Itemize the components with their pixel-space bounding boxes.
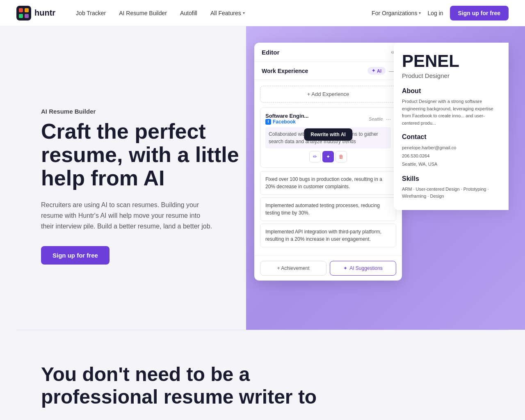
exp-card-header: Software Engin... f Facebook Seattle ··· [265,113,391,125]
exp-location: Seattle [369,116,383,121]
bottom-section: You don't need to be a professional resu… [0,330,525,420]
svg-rect-0 [16,6,31,21]
hero-heading: Craft the perfect resume, with a little … [41,120,246,190]
svg-rect-1 [19,8,23,12]
exp-more-icon[interactable]: ··· [386,116,391,122]
add-achievement-button[interactable]: + Achievement [260,261,326,276]
mini-delete-button[interactable]: 🗑 [336,151,347,162]
nav-for-organizations[interactable]: For Organizations ▾ [372,10,421,16]
resume-name: PENEL [402,52,500,70]
facebook-icon: f [265,119,271,125]
resume-about-text: Product Designer with a strong software … [402,98,500,127]
bullet-item: Fixed over 100 bugs in production code, … [260,171,396,195]
navbar: huntr Job Tracker AI Resume Builder Auto… [0,0,525,26]
resume-role: Product Designer [402,72,500,79]
svg-rect-2 [25,8,29,12]
nav-autofill[interactable]: Autofill [174,7,203,20]
resume-location: Seattle, WA, USA [402,160,500,169]
ai-badge[interactable]: ✦ AI [368,67,386,75]
nav-ai-resume[interactable]: AI Resume Builder [113,7,173,20]
resume-contact-title: Contact [402,133,500,141]
editor-panel: Editor « Work Experience ✦ AI — + Add Ex… [254,43,402,281]
mini-ai-button[interactable]: ✦ [322,151,334,162]
svg-rect-3 [19,14,23,18]
resume-about-title: About [402,87,500,95]
add-experience-button[interactable]: + Add Experience [260,86,396,103]
nav-login[interactable]: Log in [427,10,443,16]
editor-body: + Add Experience Software Engin... f Fac… [254,80,402,256]
chevron-down-icon: ▾ [419,11,421,15]
hero-section: AI Resume Builder Craft the perfect resu… [0,26,525,330]
exp-company: Software Engin... f Facebook [265,113,308,125]
chevron-down-icon: ▾ [243,11,245,15]
work-experience-header: Work Experience ✦ AI — [254,62,402,80]
mini-edit-button[interactable]: ✏ [309,151,321,162]
hero-content: AI Resume Builder Craft the perfect resu… [41,108,246,265]
editor-header: Editor « [254,43,402,62]
nav-signup-button[interactable]: Sign up for free [450,6,509,21]
section-actions: ✦ AI — [368,67,395,75]
experience-card: Software Engin... f Facebook Seattle ··· [260,107,396,168]
brand-logo[interactable]: huntr [16,6,55,21]
exp-company-name: f Facebook [265,119,308,125]
hero-mockup: Editor « Work Experience ✦ AI — + Add Ex… [246,26,525,330]
mini-toolbar: ✏ ✦ 🗑 [265,151,391,162]
section-title: Work Experience [262,68,308,74]
nav-links: Job Tracker AI Resume Builder Autofill A… [70,7,372,20]
resume-phone: 206.530.0264 [402,152,500,160]
sparkle-icon: ✦ [343,265,347,271]
editor-footer: + Achievement ✦ AI Suggestions [254,256,402,281]
ai-suggestions-button[interactable]: ✦ AI Suggestions [330,261,396,276]
hero-signup-button[interactable]: Sign up for free [41,246,110,265]
resume-email: penelope.harber@gmail.co [402,144,500,152]
nav-job-tracker[interactable]: Job Tracker [70,7,112,20]
hero-subtext: Recruiters are using AI to scan resumes.… [41,200,213,231]
rewrite-popup[interactable]: Rewrite with AI [304,128,352,141]
svg-rect-4 [25,14,29,18]
resume-skills: ARM · User-centered Design · Prototyping… [402,186,500,200]
nav-right: For Organizations ▾ Log in Sign up for f… [372,6,509,21]
bottom-heading: You don't need to be a professional resu… [41,363,328,408]
exp-job-title: Software Engin... [265,113,308,119]
editor-title: Editor [262,49,279,56]
resume-skills-title: Skills [402,175,500,183]
bullet-item: Implemented automated testing processes,… [260,197,396,221]
hero-tag: AI Resume Builder [41,108,246,115]
bullet-item: Implemented API integration with third-p… [260,224,396,247]
sparkle-icon: ✦ [372,68,375,73]
resume-preview: PENEL Product Designer About Product Des… [394,43,509,210]
brand-name: huntr [34,8,55,18]
nav-all-features[interactable]: All Features ▾ [205,7,251,20]
